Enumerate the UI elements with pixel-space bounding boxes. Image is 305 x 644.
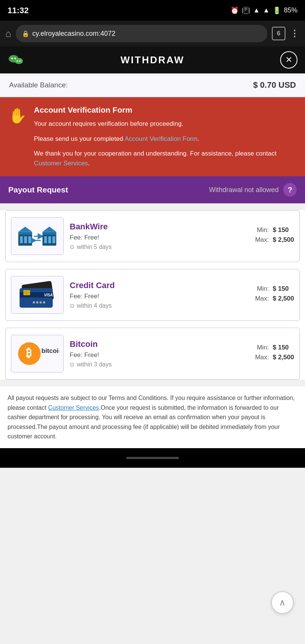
creditcard-min-row: Min: $ 150 — [250, 285, 294, 293]
creditcard-icon-box: VISA — [11, 276, 64, 314]
battery-percent: 85% — [284, 6, 297, 14]
svg-point-1 — [15, 58, 23, 64]
bankwire-item[interactable]: BankWire Fee: Free! ⊙ within 5 days Min:… — [5, 210, 300, 262]
bankwire-min-label: Min: — [250, 226, 269, 234]
app-header: WITHDRAW ✕ — [0, 46, 305, 73]
svg-marker-14 — [43, 227, 56, 232]
account-verification-link[interactable]: Account Verification Form — [125, 135, 198, 142]
bankwire-min-value: $ 150 — [273, 226, 289, 234]
signal-icon: ▲ — [263, 6, 270, 14]
payout-status: Withdrawal not allowed ? — [209, 183, 297, 197]
menu-icon[interactable]: ⋮ — [290, 28, 300, 39]
balance-label: Available Balance: — [9, 81, 68, 89]
bankwire-icon-box — [11, 217, 64, 255]
creditcard-item[interactable]: VISA Credit Card Fee: Free! ⊙ within 4 d… — [5, 269, 300, 321]
payout-bar: Payout Request Withdrawal not allowed ? — [0, 176, 305, 203]
balance-value: $ 0.70 USD — [253, 80, 296, 90]
verification-cooperation-suffix: . — [88, 160, 90, 167]
svg-rect-17 — [52, 236, 55, 243]
bitcoin-name: Bitcoin — [70, 339, 244, 349]
svg-point-3 — [14, 58, 16, 59]
footer-text: All payout requests are subject to our T… — [0, 386, 305, 448]
creditcard-fee: Fee: Free! — [70, 293, 244, 300]
svg-rect-15 — [44, 236, 47, 243]
tabs-badge[interactable]: 6 — [272, 27, 285, 40]
wechat-icon — [8, 51, 25, 69]
clock-icon-bankwire: ⊙ — [70, 244, 75, 250]
payout-help-button[interactable]: ? — [283, 183, 297, 197]
bankwire-max-row: Max: $ 2,500 — [250, 236, 294, 244]
payout-label: Payout Request — [8, 185, 68, 194]
verification-text3: We thank you for your cooperation and un… — [34, 149, 297, 168]
svg-point-27 — [43, 301, 45, 304]
verification-text1: Your account requires verification befor… — [34, 119, 297, 129]
bitcoin-max-value: $ 2,500 — [273, 354, 294, 361]
svg-rect-10 — [24, 236, 27, 243]
bitcoin-min-label: Min: — [250, 344, 269, 351]
bitcoin-item[interactable]: ₿ bitcoin Bitcoin Fee: Free! ⊙ within 3 … — [5, 328, 300, 380]
bitcoin-max-label: Max: — [250, 354, 269, 361]
browser-bar: ⌂ 🔒 cy.elroyalecasino.com:4072 6 ⋮ — [0, 21, 305, 46]
customer-services-link-1[interactable]: Customer Services — [34, 160, 88, 167]
bitcoin-fee: Fee: Free! — [70, 351, 244, 359]
bitcoin-max-row: Max: $ 2,500 — [250, 354, 294, 361]
svg-point-5 — [19, 60, 21, 62]
status-bar: 11:32 ⏰ 📳 ▲ ▲ 🔋 85% — [0, 0, 305, 21]
bitcoin-details: Bitcoin Fee: Free! ⊙ within 3 days — [70, 339, 244, 368]
svg-rect-13 — [43, 232, 56, 235]
lock-icon: 🔒 — [22, 30, 29, 37]
clock-icon-bitcoin: ⊙ — [70, 361, 75, 368]
status-icons: ⏰ 📳 ▲ ▲ 🔋 85% — [230, 6, 297, 15]
svg-text:₿: ₿ — [26, 346, 32, 359]
svg-rect-16 — [48, 236, 51, 243]
creditcard-details: Credit Card Fee: Free! ⊙ within 4 days — [70, 281, 244, 309]
close-button[interactable]: ✕ — [280, 51, 297, 69]
alarm-icon: ⏰ — [230, 6, 239, 15]
bitcoin-icon-box: ₿ bitcoin — [11, 335, 64, 372]
bitcoin-min-row: Min: $ 150 — [250, 344, 294, 351]
creditcard-max-row: Max: $ 2,500 — [250, 295, 294, 302]
svg-point-25 — [36, 301, 38, 304]
svg-point-26 — [40, 301, 42, 304]
svg-rect-11 — [28, 236, 31, 243]
verification-title: Account Verification Form — [34, 105, 297, 114]
customer-services-link-footer[interactable]: Customer Services — [48, 404, 99, 411]
vibrate-icon: 📳 — [242, 6, 250, 15]
bottom-nav-bar — [126, 457, 179, 459]
svg-text:VISA: VISA — [44, 293, 53, 297]
status-time: 11:32 — [8, 6, 29, 15]
balance-bar: Available Balance: $ 0.70 USD — [0, 73, 305, 97]
creditcard-min-value: $ 150 — [273, 285, 289, 293]
svg-text:bitcoin: bitcoin — [41, 347, 59, 354]
creditcard-limits: Min: $ 150 Max: $ 2,500 — [250, 285, 294, 305]
wifi-icon: ▲ — [253, 6, 260, 14]
clock-icon-creditcard: ⊙ — [70, 302, 75, 309]
bankwire-limits: Min: $ 150 Max: $ 2,500 — [250, 226, 294, 246]
svg-rect-7 — [18, 232, 32, 235]
creditcard-min-label: Min: — [250, 285, 269, 293]
bankwire-fee: Fee: Free! — [70, 234, 244, 241]
bitcoin-limits: Min: $ 150 Max: $ 2,500 — [250, 344, 294, 363]
page-title: WITHDRAW — [25, 54, 280, 66]
bankwire-max-label: Max: — [250, 236, 269, 244]
url-bar[interactable]: 🔒 cy.elroyalecasino.com:4072 — [16, 25, 267, 42]
svg-point-24 — [33, 301, 35, 304]
creditcard-name: Credit Card — [70, 281, 244, 290]
scroll-top-button[interactable]: ∧ — [271, 591, 294, 614]
url-text: cy.elroyalecasino.com:4072 — [32, 30, 116, 38]
verification-text2: Please send us your completed Account Ve… — [34, 134, 297, 144]
bankwire-time: ⊙ within 5 days — [70, 244, 244, 250]
bitcoin-min-value: $ 150 — [273, 344, 289, 351]
verification-text2-prefix: Please send us your completed — [34, 135, 125, 142]
creditcard-time: ⊙ within 4 days — [70, 302, 244, 309]
hand-icon: ✋ — [8, 107, 27, 125]
bankwire-min-row: Min: $ 150 — [250, 226, 294, 234]
svg-marker-8 — [18, 227, 32, 232]
creditcard-max-value: $ 2,500 — [273, 295, 294, 302]
bitcoin-time: ⊙ within 3 days — [70, 361, 244, 368]
creditcard-max-label: Max: — [250, 295, 269, 302]
home-icon[interactable]: ⌂ — [5, 28, 11, 40]
verification-cooperation-prefix: We thank you for your cooperation and un… — [34, 150, 276, 157]
verification-banner: ✋ Account Verification Form Your account… — [0, 97, 305, 176]
bankwire-name: BankWire — [70, 222, 244, 232]
